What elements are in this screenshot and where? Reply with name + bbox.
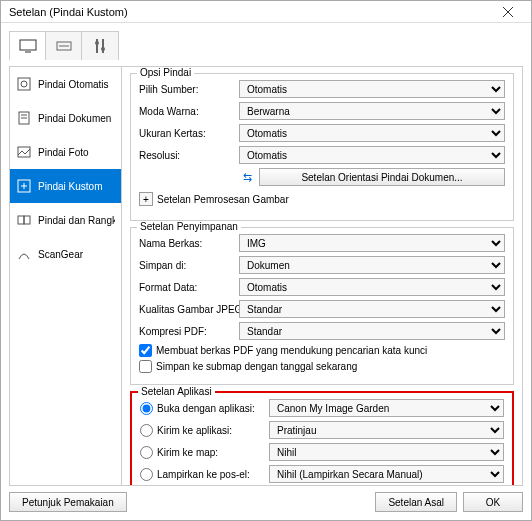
orientation-button[interactable]: Setelan Orientasi Pindai Dokumen... [259, 168, 505, 186]
pdf-select[interactable]: Standar [239, 322, 505, 340]
settings-dialog: Setelan (Pindai Kustom) [0, 0, 532, 521]
group-title: Setelan Aplikasi [138, 386, 215, 397]
tab-scan-from-panel[interactable] [46, 32, 82, 60]
send-folder-label: Kirim ke map: [157, 447, 269, 458]
sidebar-item-label: Pindai Dokumen [38, 113, 111, 124]
saveto-label: Simpan di: [139, 260, 239, 271]
color-select[interactable]: Berwarna [239, 102, 505, 120]
format-label: Format Data: [139, 282, 239, 293]
saveto-select[interactable]: Dokumen [239, 256, 505, 274]
sidebar-item-label: ScanGear [38, 249, 83, 260]
pdf-keyword-label: Membuat berkas PDF yang mendukung pencar… [156, 345, 427, 356]
top-tabs [9, 31, 119, 60]
close-button[interactable] [493, 3, 523, 21]
send-folder-select[interactable]: Nihil [269, 443, 504, 461]
source-select[interactable]: Otomatis [239, 80, 505, 98]
expand-icon[interactable]: + [139, 192, 153, 206]
source-label: Pilih Sumber: [139, 84, 239, 95]
sidebar-item-custom[interactable]: Pindai Kustom [10, 169, 121, 203]
group-title: Setelan Penyimpanan [137, 221, 241, 232]
footer: Petunjuk Pemakaian Setelan Asal OK [9, 486, 523, 512]
tools-icon [93, 38, 107, 54]
content-pane: Opsi Pindai Pilih Sumber: Otomatis Moda … [122, 67, 522, 485]
send-app-select[interactable]: Pratinjau [269, 421, 504, 439]
ok-button[interactable]: OK [463, 492, 523, 512]
resolution-label: Resolusi: [139, 150, 239, 161]
date-subfolder-checkbox[interactable] [139, 360, 152, 373]
send-folder-radio[interactable] [140, 446, 153, 459]
auto-scan-icon [16, 76, 32, 92]
scanner-icon [55, 39, 73, 53]
svg-point-9 [101, 47, 105, 51]
titlebar: Setelan (Pindai Kustom) [1, 1, 531, 23]
tab-general[interactable] [82, 32, 118, 60]
format-select[interactable]: Otomatis [239, 278, 505, 296]
app-settings-group: Setelan Aplikasi Buka dengan aplikasi: C… [130, 391, 514, 485]
svg-rect-10 [18, 78, 30, 90]
svg-point-8 [95, 41, 99, 45]
resolution-select[interactable]: Otomatis [239, 146, 505, 164]
pdf-keyword-checkbox[interactable] [139, 344, 152, 357]
sidebar-item-photo[interactable]: Pindai Foto [10, 135, 121, 169]
svg-rect-15 [18, 147, 30, 157]
image-processing-label: Setelan Pemrosesan Gambar [157, 194, 289, 205]
sidebar-item-label: Pindai Otomatis [38, 79, 109, 90]
svg-point-11 [21, 81, 27, 87]
pdf-label: Kompresi PDF: [139, 326, 239, 337]
stitch-icon [16, 212, 32, 228]
send-app-radio[interactable] [140, 424, 153, 437]
date-subfolder-label: Simpan ke submap dengan tanggal sekarang [156, 361, 357, 372]
color-label: Moda Warna: [139, 106, 239, 117]
monitor-icon [19, 39, 37, 53]
document-icon [16, 110, 32, 126]
defaults-button[interactable]: Setelan Asal [375, 492, 457, 512]
sidebar-item-scangear[interactable]: ScanGear [10, 237, 121, 271]
open-with-select[interactable]: Canon My Image Garden [269, 399, 504, 417]
sidebar-item-auto[interactable]: Pindai Otomatis [10, 67, 121, 101]
svg-rect-20 [24, 216, 30, 224]
svg-rect-2 [20, 40, 36, 50]
filename-label: Nama Berkas: [139, 238, 239, 249]
save-settings-group: Setelan Penyimpanan Nama Berkas: IMG Sim… [130, 227, 514, 385]
window-title: Setelan (Pindai Kustom) [9, 6, 128, 18]
svg-rect-19 [18, 216, 24, 224]
help-button[interactable]: Petunjuk Pemakaian [9, 492, 127, 512]
swap-icon[interactable]: ⇆ [239, 171, 255, 184]
open-with-label: Buka dengan aplikasi: [157, 403, 269, 414]
scangear-icon [16, 246, 32, 262]
sidebar: Pindai Otomatis Pindai Dokumen Pindai Fo… [10, 67, 122, 485]
sidebar-item-label: Pindai Kustom [38, 181, 102, 192]
jpeg-label: Kualitas Gambar JPEG: [139, 304, 239, 315]
sidebar-item-label: Pindai dan Rangkai [38, 215, 115, 226]
paper-label: Ukuran Kertas: [139, 128, 239, 139]
tab-scan-from-pc[interactable] [10, 32, 46, 60]
custom-scan-icon [16, 178, 32, 194]
attach-email-label: Lampirkan ke pos-el: [157, 469, 269, 480]
attach-email-radio[interactable] [140, 468, 153, 481]
filename-select[interactable]: IMG [239, 234, 505, 252]
send-app-label: Kirim ke aplikasi: [157, 425, 269, 436]
group-title: Opsi Pindai [137, 67, 194, 78]
sidebar-item-document[interactable]: Pindai Dokumen [10, 101, 121, 135]
sidebar-item-stitch[interactable]: Pindai dan Rangkai [10, 203, 121, 237]
paper-select[interactable]: Otomatis [239, 124, 505, 142]
open-with-radio[interactable] [140, 402, 153, 415]
attach-email-select[interactable]: Nihil (Lampirkan Secara Manual) [269, 465, 504, 483]
scan-options-group: Opsi Pindai Pilih Sumber: Otomatis Moda … [130, 73, 514, 221]
photo-icon [16, 144, 32, 160]
close-icon [503, 7, 513, 17]
sidebar-item-label: Pindai Foto [38, 147, 89, 158]
jpeg-select[interactable]: Standar [239, 300, 505, 318]
